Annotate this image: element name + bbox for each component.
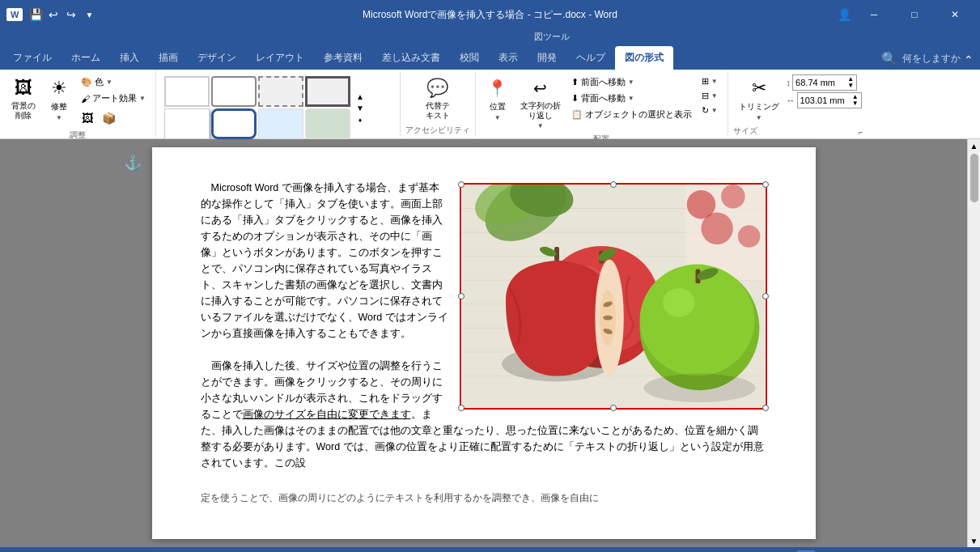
- width-value: 103.01 mm: [800, 96, 852, 105]
- tab-format[interactable]: 図の形式: [615, 46, 673, 70]
- tab-draw[interactable]: 描画: [149, 46, 188, 70]
- quick-access-toolbar: 💾 ↩ ↪ ▼: [28, 6, 97, 23]
- tab-review[interactable]: 校閲: [450, 46, 489, 70]
- minimize-button[interactable]: ─: [855, 0, 893, 29]
- styles-up-button[interactable]: ▲: [354, 91, 367, 102]
- alt-text-button[interactable]: 💬 代替テキスト: [422, 74, 454, 123]
- close-button[interactable]: ✕: [936, 0, 974, 29]
- style-8[interactable]: [305, 108, 350, 139]
- wrap-text-button[interactable]: ↩ 文字列の折り返し ▼: [516, 74, 565, 132]
- send-backward-button[interactable]: ⬇ 背面へ移動 ▼: [568, 91, 695, 106]
- styles-down-button[interactable]: ▼: [354, 103, 367, 113]
- title-bar-left: W 💾 ↩ ↪ ▼: [6, 6, 97, 23]
- svg-point-27: [600, 290, 616, 346]
- svg-point-14: [721, 185, 745, 209]
- change-pic-button[interactable]: 🖼: [78, 108, 97, 128]
- tab-insert[interactable]: 挿入: [110, 46, 149, 70]
- layer-buttons-col: ⬆ 前面へ移動 ▼ ⬇ 背面へ移動 ▼ 📋 オブジェクトの選択と表示: [568, 74, 695, 122]
- position-icon: 📍: [486, 77, 509, 100]
- group-accessibility-label: アクセシビリティ: [405, 125, 470, 138]
- scroll-down-button[interactable]: ▼: [968, 534, 981, 547]
- tab-view[interactable]: 表示: [489, 46, 528, 70]
- handle-bot-right[interactable]: [762, 405, 769, 411]
- tab-developer[interactable]: 開発: [528, 46, 566, 70]
- tab-layout[interactable]: レイアウト: [246, 46, 314, 70]
- handle-bot-mid[interactable]: [610, 405, 617, 411]
- redo-icon[interactable]: ↪: [63, 6, 79, 23]
- selected-image[interactable]: [460, 183, 767, 410]
- style-6[interactable]: [211, 108, 257, 139]
- style-3[interactable]: [258, 76, 303, 107]
- search-label: 何をしますか: [902, 52, 961, 66]
- handle-top-mid[interactable]: [610, 181, 617, 188]
- tab-design[interactable]: デザイン: [188, 46, 246, 70]
- ribbon-group-arrange: 📍 位置 ▼ ↩ 文字列の折り返し ▼ ⬆ 前面へ移動 ▼ ⬇ 背面へ移動: [476, 71, 728, 137]
- position-button[interactable]: 📍 位置 ▼: [482, 74, 513, 124]
- tools-label: 図ツール: [534, 31, 570, 43]
- corrections-icon: ☀: [48, 77, 70, 100]
- crop-icon: ✂: [748, 77, 770, 100]
- selection-icon: 📋: [571, 109, 583, 120]
- color-icon: 🎨: [81, 77, 92, 87]
- align-button[interactable]: ⊞ ▼: [698, 74, 721, 88]
- svg-point-35: [643, 374, 755, 402]
- compress-button[interactable]: 📦: [99, 108, 118, 128]
- rotate-button[interactable]: ↻ ▼: [698, 104, 721, 117]
- corrections-dropdown: ▼: [56, 114, 62, 121]
- save-icon[interactable]: 💾: [28, 6, 44, 23]
- remove-bg-button[interactable]: 🖼 背景の削除: [6, 74, 40, 123]
- group-icon: ⊟: [702, 91, 709, 101]
- width-down[interactable]: ▼: [852, 100, 859, 107]
- height-input[interactable]: 68.74 mm ▲ ▼: [792, 74, 857, 91]
- style-1[interactable]: [164, 76, 210, 107]
- color-button[interactable]: 🎨 色 ▼: [78, 74, 149, 90]
- group-button[interactable]: ⊟ ▼: [698, 89, 721, 103]
- style-4[interactable]: [305, 76, 350, 107]
- change-pic-icon: 🖼: [82, 112, 93, 125]
- tab-home[interactable]: ホーム: [62, 46, 110, 70]
- size-expand-icon[interactable]: ⌐: [859, 128, 863, 137]
- handle-bot-left[interactable]: [458, 405, 465, 411]
- handle-top-left[interactable]: [458, 181, 465, 188]
- style-5[interactable]: [164, 108, 210, 139]
- customize-icon[interactable]: ▼: [81, 6, 97, 23]
- rotate-icon: ↻: [702, 105, 709, 116]
- anchor-icon: ⚓: [124, 151, 142, 175]
- tab-mailings[interactable]: 差し込み文書: [372, 46, 450, 70]
- height-down[interactable]: ▼: [847, 83, 854, 89]
- handle-mid-right[interactable]: [762, 293, 769, 299]
- maximize-button[interactable]: □: [896, 0, 933, 29]
- handle-top-right[interactable]: [762, 181, 769, 188]
- word-logo: W: [6, 8, 23, 21]
- height-icon: ↕: [787, 78, 791, 87]
- alt-text-icon: 💬: [426, 77, 449, 100]
- user-icon[interactable]: 👤: [836, 6, 852, 23]
- undo-icon[interactable]: ↩: [45, 6, 62, 23]
- scroll-thumb[interactable]: [970, 154, 978, 202]
- style-7[interactable]: [258, 108, 303, 139]
- ribbon-collapse-icon[interactable]: ⌃: [964, 53, 974, 66]
- bring-forward-button[interactable]: ⬆ 前面へ移動 ▼: [568, 74, 695, 90]
- compress-icon: 📦: [102, 112, 116, 125]
- styles-more-button[interactable]: ⬧: [354, 114, 367, 125]
- tab-help[interactable]: ヘルプ: [566, 46, 615, 70]
- vertical-scrollbar[interactable]: ▲ ▼: [967, 139, 980, 547]
- handle-mid-left[interactable]: [458, 293, 465, 299]
- tab-file[interactable]: ファイル: [3, 46, 62, 70]
- document-scroll-area[interactable]: ⚓: [0, 139, 967, 547]
- height-value: 68.74 mm: [795, 78, 847, 87]
- ribbon-content: 🖼 背景の削除 ☀ 修整 ▼ 🎨 色 ▼ 🖌 アート効果 ▼: [0, 70, 980, 139]
- title-bar-controls: 👤 ─ □ ✕: [836, 0, 974, 29]
- style-2[interactable]: [211, 76, 257, 107]
- corrections-button[interactable]: ☀ 修整 ▼: [44, 74, 74, 124]
- selection-pane-button[interactable]: 📋 オブジェクトの選択と表示: [568, 107, 695, 122]
- art-effects-button[interactable]: 🖌 アート効果 ▼: [78, 91, 149, 106]
- art-effects-icon: 🖌: [81, 94, 90, 104]
- width-input[interactable]: 103.01 mm ▲ ▼: [797, 92, 862, 108]
- document-page: ⚓: [152, 147, 816, 539]
- svg-point-15: [701, 213, 732, 244]
- crop-button[interactable]: ✂ トリミング ▼: [735, 74, 783, 124]
- ribbon-group-adjust: 🖼 背景の削除 ☀ 修整 ▼ 🎨 色 ▼ 🖌 アート効果 ▼: [0, 71, 156, 137]
- tab-references[interactable]: 参考資料: [314, 46, 372, 70]
- scroll-up-button[interactable]: ▲: [968, 139, 981, 152]
